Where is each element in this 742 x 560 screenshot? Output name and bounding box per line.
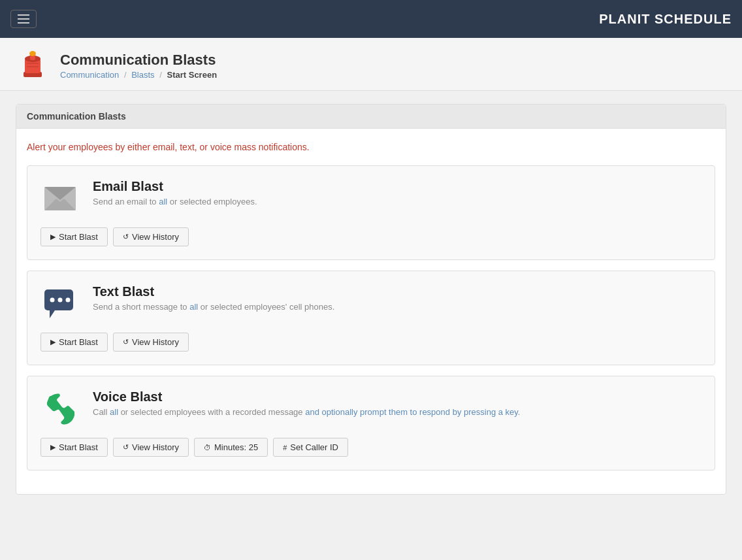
svg-point-13 — [66, 298, 71, 303]
email-all-link[interactable]: all — [159, 197, 167, 206]
alert-description: Alert your employees by either email, te… — [27, 142, 715, 152]
email-blast-description: Send an email to all or selected employe… — [93, 197, 257, 206]
svg-point-12 — [58, 298, 63, 303]
svg-rect-6 — [27, 66, 39, 67]
text-start-blast-label: Start Blast — [59, 337, 98, 347]
email-blast-card: Email Blast Send an email to all or sele… — [27, 165, 715, 260]
panel-body: Alert your employees by either email, te… — [16, 129, 726, 494]
breadcrumb-sep-1: / — [124, 70, 127, 80]
voice-blast-title: Voice Blast — [93, 389, 520, 404]
top-navigation: PLANIT SCHEDULE — [0, 0, 742, 38]
email-blast-info: Email Blast Send an email to all or sele… — [93, 179, 257, 206]
text-blast-icon-container — [40, 284, 80, 323]
voice-optionally-link[interactable]: and optionally prompt them to respond by… — [305, 407, 518, 417]
history-icon-3: ↺ — [123, 443, 129, 452]
hamburger-line-2 — [18, 18, 29, 20]
hamburger-line-3 — [18, 22, 29, 24]
page-icon — [16, 48, 50, 82]
page-header-text: Communication Blasts Communication / Bla… — [60, 52, 217, 80]
hamburger-line-1 — [18, 14, 29, 16]
phone-icon — [46, 393, 74, 425]
email-blast-icon-container — [40, 179, 80, 218]
panel-header: Communication Blasts — [16, 105, 726, 129]
text-message-icon — [43, 288, 77, 320]
voice-caller-id-button[interactable]: # Set Caller ID — [273, 438, 348, 457]
voice-all-link[interactable]: all — [110, 407, 118, 417]
voice-start-blast-button[interactable]: ▶ Start Blast — [40, 438, 108, 457]
main-content: Communication Blasts Alert your employee… — [0, 91, 742, 508]
breadcrumb-sep-2: / — [159, 70, 162, 80]
email-view-history-button[interactable]: ↺ View History — [113, 227, 189, 246]
svg-marker-14 — [50, 310, 55, 318]
voice-view-history-button[interactable]: ↺ View History — [113, 438, 189, 457]
email-blast-title: Email Blast — [93, 179, 257, 194]
play-icon-3: ▶ — [50, 443, 56, 452]
voice-blast-card: Voice Blast Call all or selected employe… — [27, 376, 715, 470]
voice-minutes-label: Minutes: 25 — [214, 442, 258, 452]
text-blast-actions: ▶ Start Blast ↺ View History — [40, 333, 702, 352]
text-start-blast-button[interactable]: ▶ Start Blast — [40, 333, 108, 352]
text-blast-card: Text Blast Send a short message to all o… — [27, 271, 715, 365]
voice-blast-icon-container — [40, 389, 80, 429]
svg-point-4 — [29, 51, 36, 56]
page-title: Communication Blasts — [60, 52, 217, 69]
page-header: Communication Blasts Communication / Bla… — [0, 38, 742, 91]
voice-blast-inner: Voice Blast Call all or selected employe… — [40, 389, 702, 429]
voice-start-blast-label: Start Blast — [59, 442, 98, 452]
history-icon: ↺ — [123, 233, 129, 241]
panel-title: Communication Blasts — [27, 111, 126, 122]
email-start-blast-label: Start Blast — [59, 232, 98, 242]
logo-text: PLANIT SCHEDULE — [599, 12, 732, 27]
communication-blasts-panel: Communication Blasts Alert your employee… — [16, 104, 726, 495]
logo: PLANIT SCHEDULE — [599, 12, 732, 27]
hash-icon: # — [283, 444, 287, 452]
history-icon-2: ↺ — [123, 338, 129, 346]
email-start-blast-button[interactable]: ▶ Start Blast — [40, 227, 108, 246]
hamburger-button[interactable] — [10, 10, 37, 28]
text-view-history-button[interactable]: ↺ View History — [113, 333, 189, 352]
breadcrumb: Communication / Blasts / Start Screen — [60, 70, 217, 80]
text-all-link[interactable]: all — [189, 302, 198, 312]
svg-rect-5 — [27, 63, 39, 64]
voice-blast-description: Call all or selected employees with a re… — [93, 407, 520, 417]
play-icon-2: ▶ — [50, 338, 56, 346]
breadcrumb-blasts[interactable]: Blasts — [131, 70, 154, 80]
text-blast-inner: Text Blast Send a short message to all o… — [40, 284, 702, 323]
voice-view-history-label: View History — [132, 442, 179, 452]
voice-blast-actions: ▶ Start Blast ↺ View History ⏱ Minutes: … — [40, 438, 702, 457]
breadcrumb-communication[interactable]: Communication — [60, 70, 119, 80]
email-icon — [43, 186, 77, 212]
email-blast-actions: ▶ Start Blast ↺ View History — [40, 227, 702, 246]
timer-icon: ⏱ — [204, 444, 211, 452]
play-icon: ▶ — [50, 233, 56, 241]
text-blast-description: Send a short message to all or selected … — [93, 302, 334, 312]
text-blast-info: Text Blast Send a short message to all o… — [93, 284, 334, 312]
voice-caller-id-label: Set Caller ID — [290, 442, 338, 452]
text-view-history-label: View History — [132, 337, 179, 347]
email-blast-inner: Email Blast Send an email to all or sele… — [40, 179, 702, 218]
text-blast-title: Text Blast — [93, 284, 334, 299]
voice-blast-info: Voice Blast Call all or selected employe… — [93, 389, 520, 417]
breadcrumb-current: Start Screen — [167, 70, 217, 80]
email-view-history-label: View History — [132, 232, 179, 242]
voice-minutes-button[interactable]: ⏱ Minutes: 25 — [194, 438, 268, 457]
communication-blasts-icon — [16, 48, 50, 82]
svg-point-11 — [50, 298, 55, 303]
